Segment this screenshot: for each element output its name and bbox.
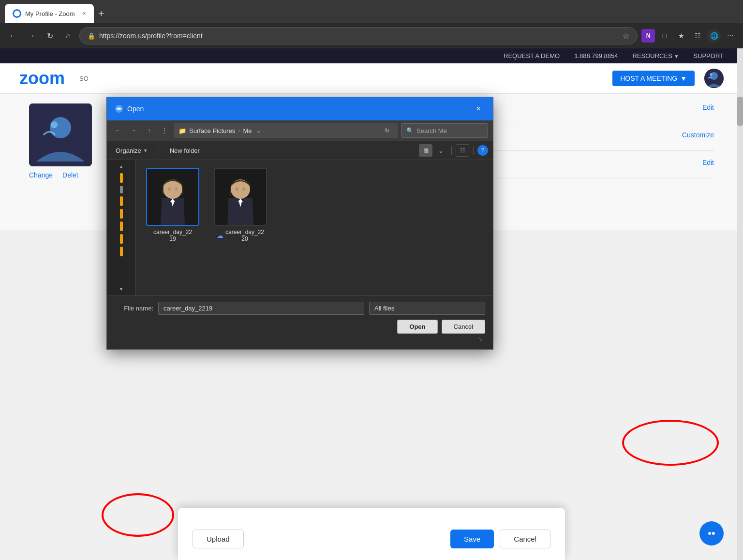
sign-in-email-edit[interactable]: Edit bbox=[702, 159, 714, 166]
user-avatar[interactable] bbox=[704, 69, 724, 88]
view-thumbnails-button[interactable]: ▦ bbox=[419, 144, 432, 157]
sidebar-bar-3 bbox=[120, 196, 123, 206]
file-type-select[interactable]: All files Image files bbox=[369, 302, 485, 315]
organize-button[interactable]: Organize ▼ bbox=[112, 145, 152, 156]
sidebar-bar-2 bbox=[120, 186, 123, 193]
refresh-button[interactable]: ↻ bbox=[43, 29, 57, 43]
photo-2219-svg bbox=[147, 169, 198, 225]
file-dialog-toolbar: Organize ▼ New folder ▦ ⌄ ☷ ? bbox=[107, 141, 493, 160]
sidebar-bar-6 bbox=[120, 234, 123, 244]
file-nav-forward-button[interactable]: → bbox=[127, 124, 140, 137]
breadcrumb-dropdown-button[interactable]: ⌄ bbox=[256, 128, 261, 134]
personal-meeting-edit[interactable]: Edit bbox=[702, 103, 714, 111]
file-nav-up-button[interactable]: ↑ bbox=[143, 124, 155, 137]
svg-point-15 bbox=[236, 188, 238, 191]
new-folder-button[interactable]: New folder bbox=[166, 145, 204, 156]
file-open-button[interactable]: Open bbox=[397, 320, 437, 334]
tab-close-button[interactable]: × bbox=[83, 10, 86, 17]
browser-toolbar: ← → ↻ ⌂ 🔒 https://zoom.us/profile?from=c… bbox=[0, 23, 743, 48]
zoom-header-right: HOST A MEETING ▼ bbox=[612, 69, 724, 88]
request-demo-link[interactable]: REQUEST A DEMO bbox=[504, 52, 560, 59]
file-dialog-body: ▲ ▼ bbox=[107, 160, 493, 295]
host-meeting-button[interactable]: HOST A MEETING ▼ bbox=[612, 71, 695, 86]
file-open-dialog: Open × ← → ↑ ⋮ 📁 Surface Pictures › Me ⌄… bbox=[106, 97, 493, 350]
change-photo-link[interactable]: Change bbox=[29, 171, 53, 179]
folder-icon: 📁 bbox=[178, 127, 186, 134]
svg-point-16 bbox=[242, 188, 245, 191]
hub-icon[interactable]: ☷ bbox=[691, 29, 704, 43]
profile-avatar bbox=[29, 103, 92, 166]
file-dialog-nav: ← → ↑ ⋮ 📁 Surface Pictures › Me ⌄ ↻ 🔍 Se… bbox=[107, 120, 493, 141]
file-dialog-title: Open bbox=[115, 104, 144, 113]
phone-number: 1.888.799.8854 bbox=[574, 52, 618, 59]
back-button[interactable]: ← bbox=[6, 29, 20, 43]
save-button[interactable]: Save bbox=[450, 530, 494, 548]
tab-favicon-inner bbox=[14, 11, 20, 16]
more-icon[interactable]: ⋯ bbox=[724, 29, 737, 43]
save-cancel-group: Save Cancel bbox=[450, 530, 550, 548]
zoom-logo[interactable]: zoom bbox=[19, 68, 65, 88]
favorites-icon[interactable]: ★ bbox=[674, 29, 688, 43]
sidebar-bar-7 bbox=[120, 247, 123, 256]
upload-annotation-circle bbox=[102, 493, 174, 537]
file-thumb-2220 bbox=[214, 168, 267, 226]
onenote-icon[interactable]: N bbox=[641, 29, 655, 43]
reader-icon[interactable]: □ bbox=[658, 29, 671, 43]
bottom-modal-buttons: Upload Save Cancel bbox=[193, 530, 550, 548]
home-button[interactable]: ⌂ bbox=[61, 29, 75, 43]
file-item-career-2220[interactable]: ☁ career_day_2220 bbox=[211, 168, 269, 242]
breadcrumb-me: Me bbox=[243, 127, 252, 134]
tab-favicon bbox=[13, 9, 21, 18]
support-link[interactable]: SUPPORT bbox=[693, 52, 724, 59]
forward-button[interactable]: → bbox=[24, 29, 39, 43]
file-name-input[interactable] bbox=[158, 302, 364, 315]
help-button[interactable]: ? bbox=[477, 145, 488, 156]
tab-title: My Profile - Zoom bbox=[25, 10, 75, 17]
file-nav-refresh-button[interactable]: ↻ bbox=[381, 124, 393, 137]
browser-tab-bar: My Profile - Zoom × + bbox=[0, 0, 743, 23]
delete-photo-link[interactable]: Delet bbox=[62, 171, 78, 179]
resize-handle[interactable]: ↘ bbox=[115, 334, 485, 343]
zoom-page: REQUEST A DEMO 1.888.799.8854 RESOURCES … bbox=[0, 48, 743, 560]
page-scrollbar[interactable] bbox=[737, 48, 743, 560]
view-dropdown-button[interactable]: ⌄ bbox=[434, 145, 447, 156]
upload-button[interactable]: Upload bbox=[193, 530, 244, 548]
resources-link[interactable]: RESOURCES ▼ bbox=[633, 52, 679, 59]
address-bar[interactable]: 🔒 https://zoom.us/profile?from=client ☆ bbox=[79, 27, 638, 44]
chat-bubble-button[interactable]: •• bbox=[699, 521, 724, 545]
file-item-career-2219[interactable]: career_day_2219 bbox=[144, 168, 202, 242]
browser-chrome: My Profile - Zoom × + ← → ↻ ⌂ 🔒 https://… bbox=[0, 0, 743, 48]
file-search-box[interactable]: 🔍 Search Me bbox=[401, 123, 488, 138]
file-cancel-button[interactable]: Cancel bbox=[442, 320, 485, 334]
file-name-2220: career_day_2220 bbox=[225, 229, 264, 242]
photo-upload-modal: Upload Save Cancel bbox=[178, 508, 565, 560]
zoom-header: zoom SO HOST A MEETING ▼ bbox=[0, 63, 743, 94]
file-sidebar: ▲ ▼ bbox=[107, 160, 136, 295]
svg-point-10 bbox=[168, 188, 171, 191]
browser-tab[interactable]: My Profile - Zoom × bbox=[5, 4, 94, 23]
file-main-area: career_day_2219 bbox=[136, 160, 493, 295]
cloud-icon-2220: ☁ bbox=[217, 232, 223, 239]
search-icon: 🔍 bbox=[406, 127, 414, 134]
user-icon[interactable]: 🌐 bbox=[707, 29, 721, 43]
file-dialog-titlebar: Open × bbox=[107, 97, 493, 120]
details-view-button[interactable]: ☷ bbox=[456, 144, 469, 157]
file-name-2219: career_day_2219 bbox=[153, 229, 192, 242]
avatar-image bbox=[704, 69, 724, 88]
file-dialog-close-button[interactable]: × bbox=[472, 102, 485, 116]
svg-point-2 bbox=[710, 73, 713, 76]
toolbar-sep bbox=[159, 146, 159, 155]
open-annotation-circle bbox=[622, 420, 719, 466]
personal-link-customize[interactable]: Customize bbox=[682, 131, 714, 139]
file-nav-recent-button[interactable]: ⋮ bbox=[158, 124, 171, 137]
breadcrumb-bar: 📁 Surface Pictures › Me ⌄ ↻ bbox=[174, 123, 398, 138]
modal-cancel-button[interactable]: Cancel bbox=[500, 530, 550, 548]
scrollbar-thumb[interactable] bbox=[737, 97, 743, 126]
favorite-icon[interactable]: ☆ bbox=[623, 31, 629, 41]
sidebar-bar-1 bbox=[120, 173, 123, 183]
new-tab-button[interactable]: + bbox=[99, 8, 104, 19]
svg-point-11 bbox=[175, 188, 178, 191]
file-dialog-footer: File name: All files Image files Open Ca… bbox=[107, 295, 493, 349]
file-nav-back-button[interactable]: ← bbox=[112, 124, 124, 137]
edge-icon bbox=[115, 104, 123, 113]
